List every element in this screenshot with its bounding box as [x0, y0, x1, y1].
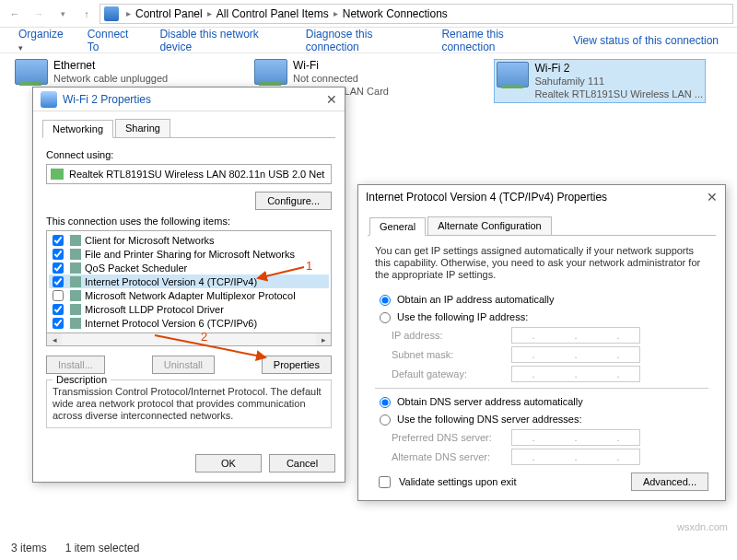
ipv4-properties-dialog: Internet Protocol Version 4 (TCP/IPv4) P…	[357, 184, 726, 501]
connection-adapter: Realtek RTL8191SU Wireless LAN ...	[534, 88, 703, 100]
validate-checkbox[interactable]	[379, 476, 391, 488]
chevron-right-icon[interactable]: ▸	[126, 8, 131, 18]
rename-button[interactable]: Rename this connection	[441, 28, 553, 53]
alternate-dns-label: Alternate DNS server:	[392, 451, 511, 462]
dialog-title: Wi-Fi 2 Properties	[63, 93, 151, 106]
adapter-field: Realtek RTL8191SU Wireless LAN 802.11n U…	[46, 164, 332, 184]
ip-address-input: ...	[511, 327, 640, 344]
status-selected-count: 1 item selected	[65, 542, 140, 554]
ipv4-intro-text: You can get IP settings assigned automat…	[375, 245, 708, 281]
component-icon	[70, 276, 81, 287]
description-legend: Description	[53, 374, 111, 385]
chevron-right-icon[interactable]: ▸	[333, 8, 338, 18]
adapter-icon	[41, 91, 57, 108]
adapter-name: Realtek RTL8191SU Wireless LAN 802.11n U…	[69, 169, 324, 180]
crumb-network-connections[interactable]: Network Connections	[343, 7, 448, 20]
list-item: Microsoft LLDP Protocol Driver	[49, 302, 329, 316]
view-status-button[interactable]: View status of this connection	[573, 34, 719, 47]
description-text: Transmission Control Protocol/Internet P…	[53, 386, 325, 422]
connection-wifi2[interactable]: Wi-Fi 2 Sahufamily 111 Realtek RTL8191SU…	[494, 59, 706, 103]
component-icon	[70, 249, 81, 260]
uninstall-button[interactable]: Uninstall	[152, 356, 215, 374]
horizontal-scrollbar[interactable]: ◂ ▸	[46, 333, 332, 346]
connection-status: Network cable unplugged	[53, 72, 168, 85]
preferred-dns-label: Preferred DNS server:	[392, 432, 511, 443]
wifi2-properties-dialog: Wi-Fi 2 Properties ✕ Networking Sharing …	[32, 87, 345, 483]
connection-name: Wi-Fi	[293, 59, 389, 72]
ok-button[interactable]: OK	[195, 454, 262, 472]
preferred-dns-input: ...	[511, 429, 640, 446]
gateway-input: ...	[511, 366, 640, 382]
tab-sharing[interactable]: Sharing	[115, 119, 170, 137]
connection-name: Wi-Fi 2	[534, 62, 703, 75]
command-bar: Organize Connect To Disable this network…	[0, 28, 737, 53]
radio-obtain-ip[interactable]	[380, 295, 391, 306]
up-icon[interactable]: ↑	[76, 3, 98, 25]
list-item: Microsoft Network Adapter Multiplexor Pr…	[49, 288, 329, 302]
list-item-ipv4: Internet Protocol Version 4 (TCP/IPv4)	[49, 274, 329, 288]
item-checkbox[interactable]	[53, 276, 64, 287]
tab-general[interactable]: General	[369, 217, 426, 236]
component-icon	[70, 318, 81, 329]
item-checkbox[interactable]	[53, 235, 64, 246]
control-panel-icon	[104, 6, 119, 21]
items-label: This connection uses the following items…	[46, 216, 332, 227]
network-adapter-icon	[497, 62, 529, 88]
tab-networking[interactable]: Networking	[42, 120, 113, 138]
list-item: Internet Protocol Version 6 (TCP/IPv6)	[49, 316, 329, 330]
tab-alternate-config[interactable]: Alternate Configuration	[427, 216, 552, 235]
adapter-small-icon	[51, 169, 64, 180]
gateway-label: Default gateway:	[392, 368, 511, 379]
scroll-left-icon[interactable]: ◂	[47, 333, 62, 345]
component-icon	[70, 304, 81, 315]
back-icon[interactable]: ←	[4, 3, 26, 25]
ip-address-label: IP address:	[392, 330, 511, 341]
network-adapter-icon	[254, 59, 287, 85]
close-icon[interactable]: ✕	[326, 92, 337, 107]
connection-status: Sahufamily 111	[534, 75, 703, 88]
install-button[interactable]: Install...	[46, 356, 105, 374]
chevron-right-icon[interactable]: ▸	[207, 8, 212, 18]
forward-icon: →	[28, 3, 50, 25]
subnet-label: Subnet mask:	[392, 349, 511, 360]
item-checkbox[interactable]	[53, 262, 64, 274]
subnet-input: ...	[511, 346, 640, 363]
diagnose-button[interactable]: Diagnose this connection	[306, 28, 422, 53]
crumb-all-items[interactable]: All Control Panel Items	[216, 7, 329, 20]
breadcrumb[interactable]: ▸ Control Panel ▸ All Control Panel Item…	[99, 4, 733, 24]
radio-use-ip[interactable]	[380, 312, 391, 323]
status-bar: 3 items 1 item selected	[11, 542, 139, 554]
disable-device-button[interactable]: Disable this network device	[159, 28, 285, 53]
advanced-button[interactable]: Advanced...	[631, 472, 708, 491]
item-checkbox[interactable]	[53, 290, 64, 301]
item-checkbox[interactable]	[53, 318, 64, 329]
nav-bar: ← → ▾ ↑ ▸ Control Panel ▸ All Control Pa…	[0, 0, 737, 28]
list-item: QoS Packet Scheduler	[49, 261, 329, 274]
scroll-right-icon[interactable]: ▸	[316, 333, 331, 345]
crumb-control-panel[interactable]: Control Panel	[135, 7, 203, 20]
scroll-track[interactable]	[62, 333, 316, 345]
network-adapter-icon	[15, 59, 48, 85]
cancel-button[interactable]: Cancel	[269, 454, 335, 472]
organize-menu[interactable]: Organize	[18, 28, 67, 53]
list-item: Client for Microsoft Networks	[49, 233, 329, 247]
component-icon	[70, 262, 81, 274]
list-item: File and Printer Sharing for Microsoft N…	[49, 247, 329, 261]
watermark: wsxdn.com	[677, 521, 728, 532]
connect-using-label: Connect using:	[46, 149, 332, 160]
component-icon	[70, 290, 81, 301]
recent-dropdown-icon[interactable]: ▾	[52, 3, 74, 25]
radio-obtain-dns[interactable]	[380, 397, 391, 408]
dialog-title: Internet Protocol Version 4 (TCP/IPv4) P…	[366, 191, 607, 204]
close-icon[interactable]: ✕	[707, 190, 718, 204]
network-items-list[interactable]: Client for Microsoft Networks File and P…	[46, 230, 332, 333]
configure-button[interactable]: Configure...	[255, 192, 332, 210]
item-checkbox[interactable]	[53, 304, 64, 315]
component-icon	[70, 235, 81, 246]
connection-name: Ethernet	[53, 59, 168, 72]
connection-status: Not connected	[293, 72, 389, 85]
properties-button[interactable]: Properties	[262, 356, 332, 374]
item-checkbox[interactable]	[53, 249, 64, 260]
connect-to-button[interactable]: Connect To	[88, 28, 140, 53]
radio-use-dns[interactable]	[380, 414, 391, 426]
